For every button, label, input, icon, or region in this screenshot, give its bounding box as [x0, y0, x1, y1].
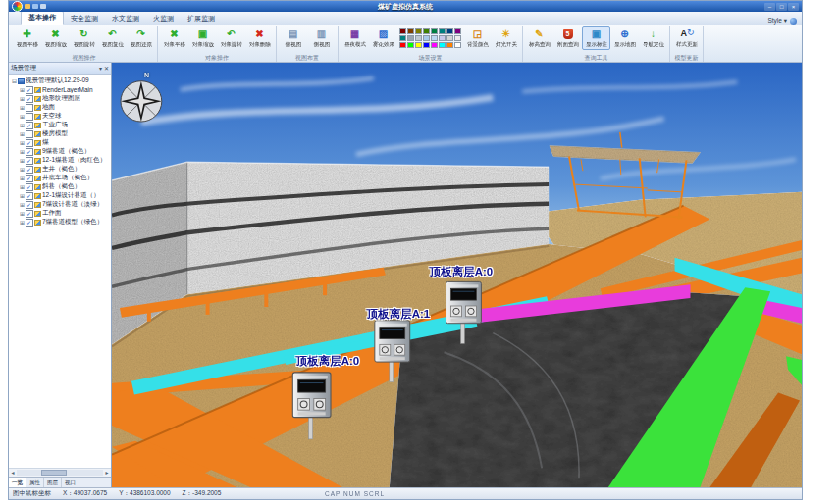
color-swatch[interactable]: [399, 35, 406, 41]
panel-tab-properties[interactable]: 属性: [26, 478, 44, 487]
color-swatch[interactable]: [423, 42, 430, 48]
tree-horizontal-scrollbar[interactable]: ◄ ►: [9, 468, 111, 477]
panel-close-icon[interactable]: ✕: [104, 65, 109, 72]
color-swatch[interactable]: [439, 35, 446, 41]
tree-item-root[interactable]: ⊟视景管理默认12.29-09: [11, 76, 111, 85]
color-swatch[interactable]: [439, 42, 446, 48]
tree-item[interactable]: ⊞工业广场: [11, 121, 111, 129]
help-icon[interactable]: [790, 18, 797, 25]
color-swatch[interactable]: [407, 35, 414, 41]
panel-tab-layers[interactable]: 图层: [44, 478, 62, 487]
scroll-track[interactable]: [17, 470, 103, 476]
light-button[interactable]: ☀灯光开关: [492, 26, 520, 50]
style-dropdown[interactable]: Style ▾: [767, 17, 787, 25]
expand-icon[interactable]: ⊞: [19, 130, 26, 137]
tree-item[interactable]: ⊞天空球: [11, 112, 111, 121]
view-zoom-button[interactable]: ✖视图缩放: [41, 26, 70, 50]
checkbox[interactable]: [26, 139, 33, 147]
tree-item[interactable]: ⊞煤: [11, 138, 111, 147]
fog-button[interactable]: ▨雾化效果: [369, 26, 397, 50]
tree-item[interactable]: ⊞斜巷（褐色）: [11, 182, 111, 191]
color-swatch[interactable]: [407, 42, 414, 48]
side-view-button[interactable]: ▥侧视图: [307, 26, 336, 50]
viewport-3d[interactable]: N 顶板离层A:0 顶板离层A:1 顶板离层A:0: [112, 63, 802, 487]
tree-item[interactable]: ⊞地面: [11, 103, 111, 112]
expand-icon[interactable]: ⊞: [19, 104, 26, 111]
color-swatch[interactable]: [431, 28, 438, 34]
panel-tab-viewport[interactable]: 视口: [62, 478, 79, 487]
navigate-button[interactable]: ↓导航定位: [639, 26, 667, 50]
object-scale-button[interactable]: ▣对象缩放: [188, 26, 217, 50]
scroll-right-icon[interactable]: ►: [103, 470, 111, 476]
tree-item[interactable]: ⊞7煤巷道模型（绿色）: [11, 218, 111, 227]
checkbox[interactable]: [26, 130, 33, 138]
bgcolor-button[interactable]: ◲背景颜色: [463, 26, 492, 50]
sensor-label-2[interactable]: 顶板离层A:1: [367, 307, 431, 322]
checkbox[interactable]: [26, 210, 33, 218]
show-map-button[interactable]: ⊕显示地图: [610, 26, 639, 50]
color-swatch[interactable]: [431, 42, 438, 48]
expand-icon[interactable]: ⊞: [19, 139, 26, 146]
tree-item[interactable]: ⊞12-1煤巷道（肉红色）: [11, 156, 111, 165]
scroll-thumb[interactable]: [41, 470, 67, 476]
checkbox[interactable]: [26, 86, 33, 94]
color-swatch[interactable]: [454, 35, 461, 41]
collapse-icon[interactable]: ⊟: [11, 77, 18, 84]
tree-item[interactable]: ⊞RenderLayerMain: [11, 85, 111, 94]
checkbox[interactable]: [26, 122, 33, 129]
object-delete-button[interactable]: ✖对象删除: [245, 26, 274, 50]
checkbox[interactable]: [26, 175, 33, 182]
expand-icon[interactable]: ⊞: [19, 157, 26, 164]
color-swatch[interactable]: [431, 35, 438, 41]
checkbox[interactable]: [26, 113, 33, 121]
tab-hydro-monitor[interactable]: 水文监测: [105, 13, 146, 25]
expand-icon[interactable]: ⊞: [19, 148, 26, 155]
view-restore-button[interactable]: ↷视图还原: [127, 26, 155, 50]
color-swatch[interactable]: [407, 28, 414, 34]
color-swatch[interactable]: [415, 28, 422, 34]
object-pan-button[interactable]: ✖对象平移: [160, 26, 188, 50]
section-query-button[interactable]: 5剖面查询: [553, 26, 582, 50]
tab-safety-monitor[interactable]: 安全监测: [64, 13, 105, 25]
tree-item[interactable]: ⊞7煤设计巷道（淡绿）: [11, 200, 111, 209]
color-swatch[interactable]: [446, 42, 453, 48]
color-swatch[interactable]: [439, 28, 446, 34]
elevation-query-button[interactable]: ✎标高查询: [525, 26, 553, 50]
sensor-label-1[interactable]: 顶板离层A:0: [430, 265, 494, 279]
expand-icon[interactable]: ⊞: [19, 166, 26, 173]
expand-icon[interactable]: ⊞: [19, 122, 26, 128]
checkbox[interactable]: [26, 95, 33, 103]
sensor-label-3[interactable]: 顶板离层A:0: [296, 354, 360, 369]
checkbox[interactable]: [26, 183, 33, 191]
tab-basic-ops[interactable]: 基本操作: [21, 11, 64, 25]
tree-item[interactable]: ⊞井底车场（褐色）: [11, 174, 111, 182]
tree-item[interactable]: ⊞9煤巷道（褐色）: [11, 147, 111, 156]
checkbox[interactable]: [26, 201, 33, 209]
expand-icon[interactable]: ⊞: [19, 95, 26, 102]
expand-icon[interactable]: ⊞: [19, 113, 26, 120]
expand-icon[interactable]: ⊞: [19, 183, 26, 190]
expand-icon[interactable]: ⊞: [19, 175, 26, 181]
scroll-left-icon[interactable]: ◄: [9, 470, 17, 476]
tree-item[interactable]: ⊞工作面: [11, 209, 111, 218]
expand-icon[interactable]: ⊞: [19, 192, 26, 199]
color-swatch[interactable]: [454, 28, 461, 34]
expand-icon[interactable]: ⊞: [19, 210, 26, 217]
color-swatch[interactable]: [423, 28, 430, 34]
expand-icon[interactable]: ⊞: [19, 219, 26, 226]
checkbox[interactable]: [26, 219, 33, 227]
color-swatch[interactable]: [415, 42, 422, 48]
tree-item[interactable]: ⊞主井（褐色）: [11, 165, 111, 174]
color-swatch[interactable]: [446, 35, 453, 41]
panel-tab-overview[interactable]: 一览: [9, 478, 26, 487]
object-rotate-button[interactable]: ↶对象旋转: [217, 26, 245, 50]
checkbox[interactable]: [26, 192, 33, 200]
checkbox[interactable]: [26, 104, 33, 112]
color-swatch[interactable]: [454, 42, 461, 48]
style-update-button[interactable]: A↻ 样式更新: [672, 26, 701, 50]
show-labels-button[interactable]: ▣显示标注: [582, 26, 610, 50]
checkbox[interactable]: [26, 166, 33, 174]
color-swatch[interactable]: [415, 35, 422, 41]
view-pan-button[interactable]: ✚视图平移: [13, 26, 41, 50]
color-swatch[interactable]: [423, 35, 430, 41]
